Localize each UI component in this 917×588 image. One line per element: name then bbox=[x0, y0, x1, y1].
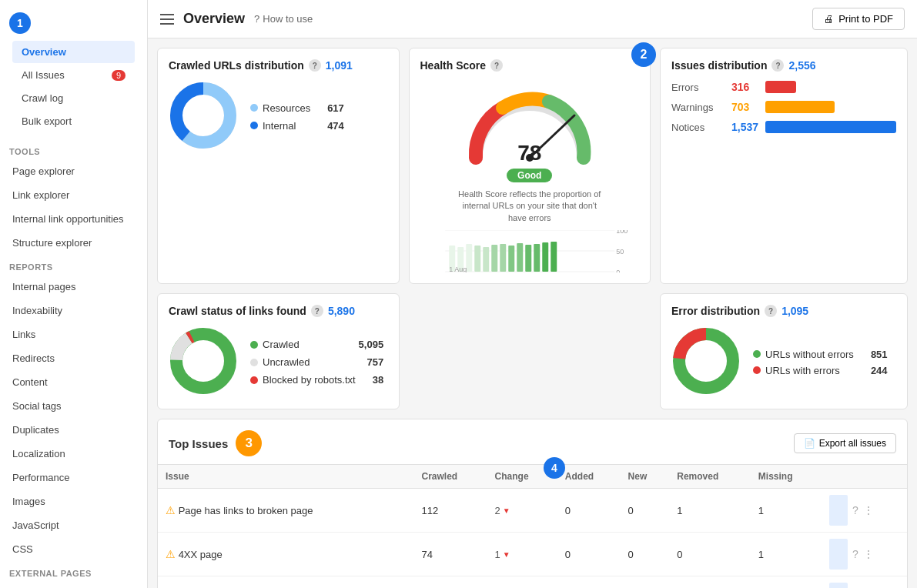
svg-rect-22 bbox=[542, 242, 548, 272]
svg-rect-19 bbox=[517, 243, 523, 272]
sidebar-item-performance[interactable]: Performance bbox=[3, 466, 144, 489]
print-to-pdf-button[interactable]: 🖨 Print to PDF bbox=[812, 8, 905, 30]
svg-rect-15 bbox=[483, 247, 489, 272]
help-icon[interactable]: ? bbox=[852, 504, 858, 516]
svg-rect-13 bbox=[466, 244, 472, 272]
progress-bar-mini bbox=[829, 539, 848, 570]
sidebar-item-social-tags[interactable]: Social tags bbox=[3, 395, 144, 417]
all-issues-badge: 9 bbox=[112, 70, 126, 81]
sidebar-item-overview[interactable]: Overview bbox=[12, 41, 135, 63]
issue-crawled-cell: 69 bbox=[413, 576, 487, 588]
crawled-urls-donut bbox=[169, 81, 238, 152]
notices-bar bbox=[765, 121, 896, 133]
top-issues-card: Top Issues 3 📄 Export all issues Issue C… bbox=[157, 419, 908, 588]
issue-change-cell: 1 ▼ bbox=[487, 533, 557, 576]
svg-text:0: 0 bbox=[616, 269, 620, 272]
sidebar-item-indexability[interactable]: Indexability bbox=[3, 299, 144, 322]
crawled-urls-title: Crawled URLs distribution ? 1,091 bbox=[169, 59, 388, 72]
health-score-info-icon[interactable]: ? bbox=[490, 59, 503, 72]
print-icon: 🖨 bbox=[824, 13, 834, 25]
more-icon[interactable]: ⋮ bbox=[863, 504, 874, 516]
crawled-urls-card: Crawled URLs distribution ? 1,091 Resour… bbox=[157, 48, 400, 284]
down-arrow-icon: ▼ bbox=[503, 506, 510, 515]
table-row: ⚠ Page has links to broken page 112 2 ▼ … bbox=[158, 489, 907, 533]
svg-rect-14 bbox=[474, 246, 480, 272]
issue-new-cell: 0 bbox=[621, 533, 670, 576]
issue-name-cell: ⚠ 4XX page bbox=[158, 533, 413, 576]
svg-rect-20 bbox=[525, 245, 531, 272]
error-distribution-title: Error distribution ? 1,095 bbox=[671, 305, 896, 317]
sidebar-item-all-issues[interactable]: All Issues 9 bbox=[12, 64, 135, 86]
health-chart: 100 50 0 bbox=[420, 230, 640, 272]
svg-text:50: 50 bbox=[616, 248, 624, 256]
sidebar-item-structure-explorer[interactable]: Structure explorer bbox=[3, 232, 144, 254]
notices-row: Notices 1,537 bbox=[671, 121, 896, 133]
health-score-badge: 2 bbox=[631, 42, 656, 67]
sidebar-item-links[interactable]: Links bbox=[3, 323, 144, 346]
issue-removed-cell: 0 bbox=[669, 533, 751, 576]
health-score-value: 78 bbox=[517, 141, 541, 165]
health-status-badge: Good bbox=[507, 169, 552, 182]
sidebar-item-localization[interactable]: Localization bbox=[3, 443, 144, 465]
sidebar-item-internal-pages[interactable]: Internal pages bbox=[3, 276, 144, 298]
reports-section-label: Reports bbox=[0, 255, 147, 275]
issue-added-cell: 0 bbox=[557, 489, 621, 533]
content-grid: Crawled URLs distribution ? 1,091 Resour… bbox=[148, 38, 917, 588]
crawl-status-card: Crawl status of links found ? 5,890 Craw… bbox=[157, 293, 400, 409]
sidebar-item-css[interactable]: CSS bbox=[3, 538, 144, 560]
crawled-urls-info-icon[interactable]: ? bbox=[309, 59, 321, 72]
svg-rect-23 bbox=[551, 242, 557, 272]
error-distribution-card: Error distribution ? 1,095 URLs without … bbox=[660, 293, 908, 409]
issue-change-cell: 2 ▼ bbox=[487, 489, 557, 533]
top-issues-title: Top Issues bbox=[169, 437, 228, 450]
col-actions bbox=[822, 465, 907, 489]
sidebar-item-redirects[interactable]: Redirects bbox=[3, 347, 144, 369]
error-distribution-info-icon[interactable]: ? bbox=[765, 305, 777, 317]
top-issues-badge: 3 bbox=[236, 430, 262, 456]
export-all-issues-button[interactable]: 📄 Export all issues bbox=[794, 433, 896, 453]
error-distribution-donut bbox=[671, 326, 741, 398]
sidebar-item-content[interactable]: Content bbox=[3, 371, 144, 393]
export-icon: 📄 bbox=[804, 438, 815, 449]
issue-crawled-cell: 112 bbox=[413, 489, 487, 533]
sidebar-item-images[interactable]: Images bbox=[3, 490, 144, 513]
health-description: Health Score reflects the proportion of … bbox=[453, 189, 607, 224]
issue-new-cell: 0 bbox=[621, 489, 670, 533]
tools-section-label: Tools bbox=[0, 139, 147, 159]
svg-rect-17 bbox=[500, 244, 506, 272]
issue-removed-cell: 1 bbox=[669, 489, 751, 533]
top-issues-table: Issue Crawled Change 4 Added New Removed… bbox=[158, 465, 907, 588]
issue-actions-cell: ? ⋮ bbox=[822, 576, 907, 588]
how-to-use-link[interactable]: ? How to use bbox=[254, 13, 313, 25]
crawl-status-donut bbox=[169, 326, 238, 398]
warning-icon: ⚠ bbox=[166, 504, 176, 516]
sidebar-item-crawl-log[interactable]: Crawl log bbox=[12, 87, 135, 109]
progress-bar-mini bbox=[829, 495, 848, 526]
table-row: ⚠ 4XX page 74 1 ▼ 0 0 0 1 ? ⋮ bbox=[158, 533, 907, 576]
warnings-bar bbox=[765, 101, 835, 113]
sidebar-item-internal-link-opp[interactable]: Internal link opportunities bbox=[3, 208, 144, 230]
main-content: Overview ? How to use 🖨 Print to PDF Cra… bbox=[148, 0, 917, 588]
crawled-urls-legend: Resources 617 Internal 474 bbox=[250, 102, 344, 132]
sidebar-item-javascript[interactable]: JavaScript bbox=[3, 514, 144, 536]
topbar: Overview ? How to use 🖨 Print to PDF bbox=[148, 0, 917, 38]
down-arrow-icon: ▼ bbox=[503, 550, 510, 559]
sidebar-item-link-explorer[interactable]: Link explorer bbox=[3, 184, 144, 206]
issue-actions-cell: ? ⋮ bbox=[822, 489, 907, 533]
page-title: Overview bbox=[183, 11, 245, 27]
sidebar-item-duplicates[interactable]: Duplicates bbox=[3, 419, 144, 441]
svg-rect-21 bbox=[534, 244, 540, 272]
svg-text:100: 100 bbox=[616, 230, 628, 235]
hamburger-menu[interactable] bbox=[160, 14, 174, 25]
change-col-badge: 4 bbox=[544, 457, 565, 479]
issues-distribution-title: Issues distribution ? 2,556 bbox=[671, 59, 896, 72]
sidebar-item-bulk-export[interactable]: Bulk export bbox=[12, 110, 135, 132]
sidebar-item-page-explorer[interactable]: Page explorer bbox=[3, 160, 144, 182]
issues-distribution-info-icon[interactable]: ? bbox=[771, 59, 784, 72]
issue-missing-cell: 1 bbox=[751, 533, 822, 576]
help-icon[interactable]: ? bbox=[852, 548, 858, 560]
crawl-status-info-icon[interactable]: ? bbox=[311, 305, 323, 317]
more-icon[interactable]: ⋮ bbox=[863, 548, 874, 560]
errors-bar bbox=[765, 81, 796, 93]
issue-removed-cell: 0 bbox=[669, 576, 751, 588]
